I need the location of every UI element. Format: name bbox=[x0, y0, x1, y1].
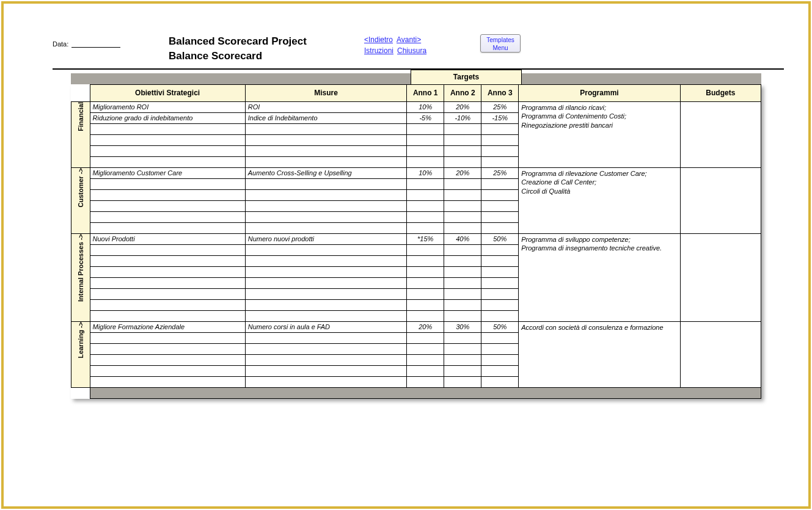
cell-anno3[interactable] bbox=[481, 288, 519, 299]
cell-misura[interactable] bbox=[245, 299, 406, 310]
cell-anno1[interactable]: *15% bbox=[407, 233, 444, 244]
cell-misura[interactable] bbox=[245, 343, 406, 354]
cell-obiettivo[interactable] bbox=[90, 123, 245, 134]
cell-anno1[interactable] bbox=[407, 365, 444, 376]
cell-anno3[interactable]: 25% bbox=[481, 167, 519, 178]
cell-anno1[interactable] bbox=[407, 211, 444, 222]
link-indietro[interactable]: <Indietro bbox=[364, 35, 393, 44]
cell-anno2[interactable] bbox=[444, 178, 481, 189]
cell-anno2[interactable] bbox=[444, 288, 481, 299]
cell-obiettivo[interactable] bbox=[90, 255, 245, 266]
cell-budget[interactable] bbox=[680, 233, 761, 321]
cell-anno3[interactable] bbox=[481, 354, 519, 365]
cell-anno3[interactable]: 50% bbox=[481, 233, 519, 244]
cell-anno3[interactable] bbox=[481, 189, 519, 200]
cell-anno2[interactable] bbox=[444, 376, 481, 387]
cell-misura[interactable]: Indice di Indebitamento bbox=[245, 112, 406, 123]
cell-obiettivo[interactable] bbox=[90, 145, 245, 156]
cell-programmi[interactable]: Programma di rilevazione Customer Care;C… bbox=[519, 167, 680, 233]
cell-anno3[interactable] bbox=[481, 222, 519, 233]
cell-misura[interactable] bbox=[245, 200, 406, 211]
cell-obiettivo[interactable]: Riduzione grado di indebitamento bbox=[90, 112, 245, 123]
cell-obiettivo[interactable] bbox=[90, 222, 245, 233]
cell-anno1[interactable] bbox=[407, 178, 444, 189]
cell-obiettivo[interactable] bbox=[90, 332, 245, 343]
cell-anno3[interactable] bbox=[481, 332, 519, 343]
cell-anno1[interactable] bbox=[407, 376, 444, 387]
cell-anno2[interactable] bbox=[444, 332, 481, 343]
cell-anno3[interactable] bbox=[481, 211, 519, 222]
cell-anno3[interactable]: -15% bbox=[481, 112, 519, 123]
cell-misura[interactable]: ROI bbox=[245, 101, 406, 112]
cell-anno1[interactable] bbox=[407, 299, 444, 310]
cell-anno1[interactable] bbox=[407, 354, 444, 365]
link-istruzioni[interactable]: Istruzioni bbox=[364, 46, 393, 55]
cell-obiettivo[interactable] bbox=[90, 376, 245, 387]
cell-anno2[interactable] bbox=[444, 310, 481, 321]
cell-anno1[interactable] bbox=[407, 244, 444, 255]
cell-anno1[interactable] bbox=[407, 134, 444, 145]
cell-anno1[interactable] bbox=[407, 343, 444, 354]
cell-anno2[interactable] bbox=[444, 277, 481, 288]
cell-obiettivo[interactable] bbox=[90, 365, 245, 376]
cell-anno3[interactable] bbox=[481, 123, 519, 134]
cell-anno1[interactable] bbox=[407, 277, 444, 288]
cell-obiettivo[interactable] bbox=[90, 266, 245, 277]
cell-obiettivo[interactable] bbox=[90, 354, 245, 365]
cell-obiettivo[interactable]: Nuovi Prodotti bbox=[90, 233, 245, 244]
cell-anno2[interactable]: 30% bbox=[444, 321, 481, 332]
cell-obiettivo[interactable] bbox=[90, 211, 245, 222]
cell-anno2[interactable] bbox=[444, 145, 481, 156]
cell-anno1[interactable]: 20% bbox=[407, 321, 444, 332]
cell-anno2[interactable] bbox=[444, 354, 481, 365]
cell-anno2[interactable]: 40% bbox=[444, 233, 481, 244]
cell-obiettivo[interactable]: Migliore Formazione Aziendale bbox=[90, 321, 245, 332]
cell-anno1[interactable] bbox=[407, 310, 444, 321]
cell-anno2[interactable] bbox=[444, 266, 481, 277]
cell-budget[interactable] bbox=[680, 101, 761, 167]
templates-menu-button[interactable]: Templates Menu bbox=[480, 34, 521, 53]
cell-anno2[interactable]: 20% bbox=[444, 167, 481, 178]
cell-anno3[interactable] bbox=[481, 365, 519, 376]
cell-anno1[interactable]: 10% bbox=[407, 167, 444, 178]
cell-budget[interactable] bbox=[680, 321, 761, 387]
cell-misura[interactable] bbox=[245, 145, 406, 156]
cell-anno2[interactable] bbox=[444, 299, 481, 310]
cell-obiettivo[interactable] bbox=[90, 288, 245, 299]
link-chiusura[interactable]: Chiusura bbox=[397, 46, 426, 55]
cell-anno2[interactable]: 20% bbox=[444, 101, 481, 112]
cell-anno3[interactable] bbox=[481, 145, 519, 156]
cell-anno3[interactable] bbox=[481, 255, 519, 266]
data-input-line[interactable] bbox=[71, 40, 120, 48]
cell-anno2[interactable] bbox=[444, 123, 481, 134]
cell-misura[interactable] bbox=[245, 365, 406, 376]
cell-misura[interactable]: Numero nuovi prodotti bbox=[245, 233, 406, 244]
cell-anno2[interactable] bbox=[444, 211, 481, 222]
cell-anno1[interactable] bbox=[407, 145, 444, 156]
cell-anno3[interactable]: 50% bbox=[481, 321, 519, 332]
cell-anno1[interactable] bbox=[407, 200, 444, 211]
cell-anno2[interactable] bbox=[444, 244, 481, 255]
cell-misura[interactable]: Aumento Cross-Selling e Upselling bbox=[245, 167, 406, 178]
cell-anno2[interactable] bbox=[444, 255, 481, 266]
cell-anno1[interactable] bbox=[407, 156, 444, 167]
cell-misura[interactable] bbox=[245, 266, 406, 277]
cell-anno1[interactable] bbox=[407, 222, 444, 233]
cell-misura[interactable] bbox=[245, 244, 406, 255]
cell-anno1[interactable] bbox=[407, 189, 444, 200]
cell-obiettivo[interactable] bbox=[90, 134, 245, 145]
cell-anno3[interactable] bbox=[481, 200, 519, 211]
cell-anno2[interactable] bbox=[444, 200, 481, 211]
cell-anno3[interactable] bbox=[481, 178, 519, 189]
cell-obiettivo[interactable] bbox=[90, 310, 245, 321]
cell-misura[interactable] bbox=[245, 332, 406, 343]
cell-misura[interactable] bbox=[245, 277, 406, 288]
cell-anno1[interactable] bbox=[407, 255, 444, 266]
cell-obiettivo[interactable]: Miglioramento Customer Care bbox=[90, 167, 245, 178]
cell-budget[interactable] bbox=[680, 167, 761, 233]
cell-anno2[interactable] bbox=[444, 156, 481, 167]
cell-obiettivo[interactable] bbox=[90, 189, 245, 200]
cell-programmi[interactable]: Programma di rilancio ricavi;Programma d… bbox=[519, 101, 680, 167]
cell-misura[interactable]: Numero corsi in aula e FAD bbox=[245, 321, 406, 332]
cell-anno1[interactable] bbox=[407, 332, 444, 343]
